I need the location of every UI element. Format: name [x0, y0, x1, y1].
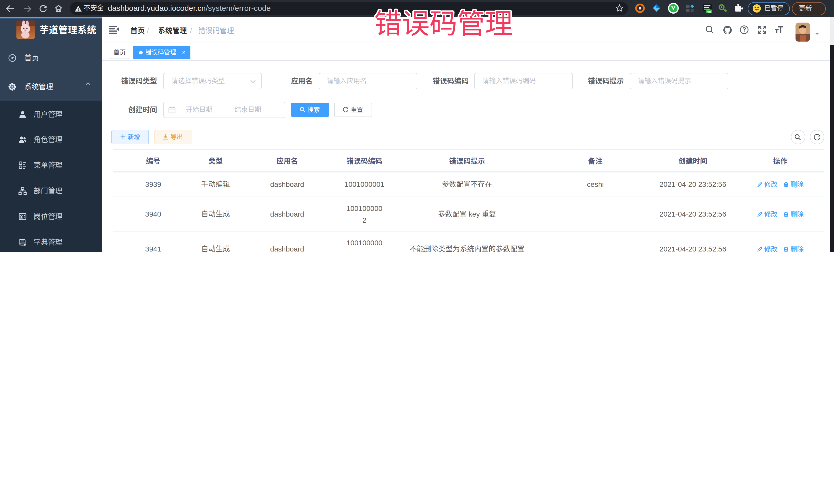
- svg-text:on: on: [707, 10, 711, 13]
